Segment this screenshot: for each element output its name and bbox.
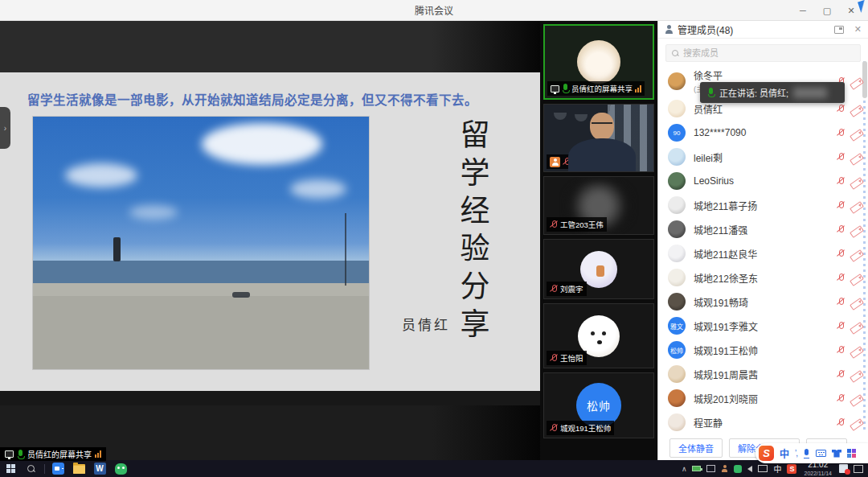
mic-muted-icon[interactable] bbox=[837, 224, 845, 234]
member-row[interactable]: 程亚静 bbox=[658, 410, 868, 434]
member-row[interactable]: 城地211潘强 bbox=[658, 217, 868, 241]
member-row[interactable]: 城地212徐圣东 bbox=[658, 265, 868, 290]
taskbar-app-explorer[interactable] bbox=[68, 460, 89, 477]
ime-indicator[interactable]: 中 bbox=[773, 463, 781, 475]
member-row[interactable]: 城地211慕子扬 bbox=[658, 193, 868, 217]
member-row[interactable]: 城规191周晨茜 bbox=[658, 362, 868, 386]
mute-all-button[interactable]: 全体静音 bbox=[669, 438, 723, 458]
video-tile[interactable]: 徐冬平 bbox=[543, 104, 654, 172]
mic-muted-icon[interactable] bbox=[837, 176, 845, 186]
mic-muted-icon[interactable] bbox=[837, 152, 845, 162]
taskbar-search-button[interactable] bbox=[21, 460, 42, 477]
mic-muted-icon[interactable] bbox=[837, 200, 845, 210]
cloud-shape bbox=[290, 179, 346, 199]
video-tile[interactable]: 王怡阳 bbox=[543, 303, 654, 368]
start-button[interactable] bbox=[0, 460, 21, 477]
video-tile[interactable]: 松帅城观191王松帅 bbox=[543, 372, 654, 438]
soft-keyboard-icon[interactable] bbox=[816, 450, 826, 457]
camera-off-icon[interactable] bbox=[851, 129, 862, 137]
member-names: leilei剩 bbox=[694, 150, 829, 164]
input-mode-chinese[interactable]: 中 bbox=[780, 446, 789, 460]
member-row[interactable]: 城地211赵良华 bbox=[658, 241, 868, 265]
screen: 腾讯会议 ─ ▢ ✕ 留学生活就像是一部电影，从开始就知道结局必定是分离，但又不… bbox=[0, 0, 868, 477]
toolbox-grid-icon[interactable] bbox=[847, 449, 856, 458]
member-search-box[interactable] bbox=[665, 44, 861, 62]
member-row[interactable]: 城规201刘晓丽 bbox=[658, 386, 868, 410]
battery-icon[interactable] bbox=[692, 466, 701, 471]
member-avatar: 90 bbox=[668, 124, 686, 142]
popout-icon[interactable] bbox=[834, 26, 844, 34]
contacts-tray-icon[interactable] bbox=[721, 465, 728, 472]
camera-off-icon[interactable] bbox=[851, 394, 862, 402]
mic-muted-icon[interactable] bbox=[837, 369, 845, 379]
collapsed-drawer-handle[interactable]: › bbox=[0, 107, 10, 149]
action-center-icon[interactable] bbox=[854, 465, 863, 473]
taskbar-app-meeting[interactable] bbox=[47, 460, 68, 477]
wechat-tray-icon[interactable] bbox=[734, 465, 742, 473]
search-input[interactable] bbox=[683, 48, 828, 58]
screen-share-icon bbox=[5, 450, 14, 458]
camera-off-icon[interactable] bbox=[851, 105, 862, 113]
member-row[interactable]: 城观191畅琦 bbox=[658, 290, 868, 314]
tencent-meeting-icon bbox=[52, 463, 64, 475]
mic-muted-icon[interactable] bbox=[837, 104, 845, 113]
share-status-banner[interactable]: 员倩红的屏幕共享 bbox=[0, 447, 106, 461]
mic-muted-icon[interactable] bbox=[837, 321, 845, 331]
camera-off-icon[interactable] bbox=[851, 249, 862, 257]
speaker-icon[interactable] bbox=[747, 466, 752, 472]
member-row[interactable]: 松帅城观191王松帅 bbox=[658, 338, 868, 362]
members-panel-title: 管理成员(48) bbox=[678, 23, 830, 36]
camera-off-icon[interactable] bbox=[851, 370, 862, 378]
camera-off-icon[interactable] bbox=[851, 298, 862, 306]
mic-muted-icon[interactable] bbox=[837, 345, 845, 355]
member-avatar bbox=[668, 389, 686, 407]
voice-input-icon[interactable] bbox=[803, 449, 810, 458]
video-tile[interactable]: 员倩红的屏幕共享 bbox=[543, 24, 654, 100]
mic-muted-icon[interactable] bbox=[837, 417, 845, 427]
punctuation-toggle[interactable]: ’, bbox=[795, 449, 797, 458]
member-row[interactable]: 雅文城观191李雅文 bbox=[658, 314, 868, 338]
camera-off-icon[interactable] bbox=[851, 201, 862, 209]
member-names: 城地212徐圣东 bbox=[694, 271, 829, 285]
scrollbar-thumb[interactable] bbox=[862, 61, 867, 98]
member-names: 程亚静 bbox=[694, 416, 829, 430]
notification-icon[interactable] bbox=[839, 464, 848, 473]
skin-icon[interactable] bbox=[832, 450, 841, 458]
camera-off-icon[interactable] bbox=[851, 225, 862, 233]
maximize-button[interactable]: ▢ bbox=[815, 0, 839, 21]
panel-close-icon[interactable]: ✕ bbox=[854, 24, 862, 35]
monitor-tray-icon[interactable] bbox=[758, 465, 768, 472]
panel-scrollbar[interactable] bbox=[863, 61, 866, 433]
camera-off-icon[interactable] bbox=[851, 346, 862, 354]
mic-muted-icon[interactable] bbox=[837, 297, 845, 306]
display-tray-icon[interactable] bbox=[706, 465, 715, 472]
camera-off-icon[interactable] bbox=[851, 153, 862, 161]
tray-expand-icon[interactable]: ∧ bbox=[682, 465, 687, 473]
camera-off-icon[interactable] bbox=[851, 322, 862, 330]
member-row[interactable]: 90132****7090 bbox=[658, 121, 868, 145]
camera-off-icon[interactable] bbox=[851, 77, 862, 85]
mic-muted-icon[interactable] bbox=[837, 249, 845, 258]
member-list: 徐冬平(主持人, 我)员倩红90132****7090leilei剩LeoSir… bbox=[658, 66, 868, 434]
blurred-text bbox=[793, 88, 827, 98]
video-tile[interactable]: 刘震宇 bbox=[543, 239, 654, 299]
camera-off-icon[interactable] bbox=[851, 418, 862, 426]
member-status-icons bbox=[837, 321, 862, 331]
person-head bbox=[590, 113, 614, 140]
sogou-logo-icon[interactable]: S bbox=[759, 446, 774, 461]
camera-off-icon[interactable] bbox=[851, 273, 862, 282]
taskbar-app-wechat[interactable] bbox=[110, 460, 131, 477]
taskbar-app-word[interactable]: W bbox=[89, 460, 110, 477]
mic-muted-icon[interactable] bbox=[837, 128, 845, 138]
camera-off-icon[interactable] bbox=[851, 177, 862, 185]
member-row[interactable]: leilei剩 bbox=[658, 145, 868, 169]
sogou-tray-icon[interactable]: S bbox=[787, 464, 796, 474]
minimize-button[interactable]: ─ bbox=[791, 0, 815, 21]
person-torso bbox=[568, 138, 636, 173]
member-names: 城观191王松帅 bbox=[694, 343, 829, 357]
video-tile[interactable]: 工管203王伟 bbox=[543, 176, 654, 235]
member-row[interactable]: LeoSirius bbox=[658, 169, 868, 193]
mic-muted-icon[interactable] bbox=[837, 393, 845, 403]
member-names: LeoSirius bbox=[694, 175, 829, 187]
mic-muted-icon[interactable] bbox=[837, 273, 845, 282]
